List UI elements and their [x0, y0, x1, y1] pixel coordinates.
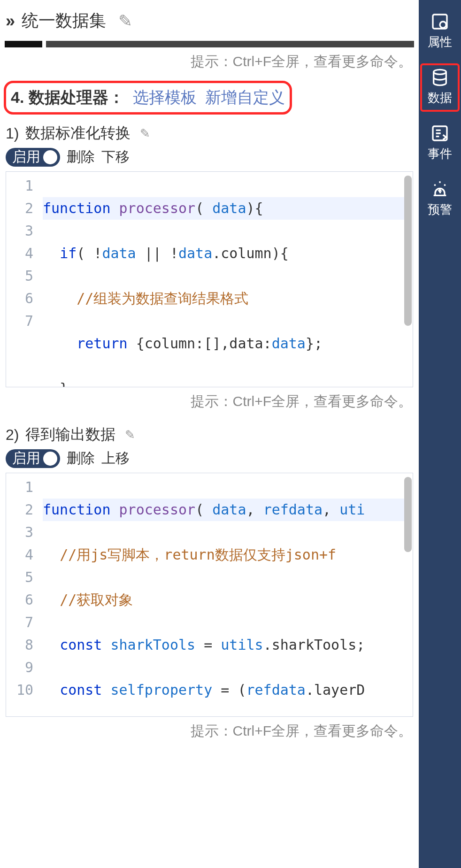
code-area[interactable]: function processor( data, refdata, uti /…	[39, 473, 413, 717]
sidebar-item-label: 数据	[428, 90, 452, 106]
processor-2-move-up[interactable]: 上移	[101, 449, 130, 468]
alert-icon	[430, 180, 449, 199]
panel-header: » 统一数据集 ✎	[3, 5, 416, 41]
processor-1-enable-toggle[interactable]: 启用	[6, 148, 60, 167]
toggle-knob-icon	[43, 452, 57, 466]
processor-1-actions: 启用 删除 下移	[3, 147, 416, 171]
hint-text-2: 提示：Ctrl+F全屏，查看更多命令。	[3, 387, 416, 420]
processor-1-move-down[interactable]: 下移	[101, 147, 130, 167]
processor-1-header: 1) 数据标准化转换 ✎	[3, 118, 416, 147]
processor-2-editor[interactable]: 12345678910 function processor( data, re…	[6, 473, 413, 717]
main-panel: » 统一数据集 ✎ 提示：Ctrl+F全屏，查看更多命令。 4. 数据处理器： …	[0, 0, 419, 868]
processor-2-enable-toggle[interactable]: 启用	[6, 449, 60, 468]
database-icon	[430, 68, 449, 87]
list-arrow-icon	[430, 124, 449, 143]
processor-2-index: 2)	[6, 426, 19, 444]
code-area[interactable]: function processor( data){ if( !data || …	[39, 172, 413, 387]
line-gutter: 12345678910	[6, 473, 39, 717]
svg-point-2	[434, 69, 446, 74]
processor-2-name: 得到输出数据	[25, 424, 115, 445]
toggle-label: 启用	[12, 449, 40, 468]
gear-icon	[430, 12, 449, 31]
processor-2-actions: 启用 删除 上移	[3, 449, 416, 473]
hint-text: 提示：Ctrl+F全屏，查看更多命令。	[3, 47, 416, 80]
sidebar-item-properties[interactable]: 属性	[421, 8, 459, 55]
right-sidebar: 属性 数据 事件 预警	[419, 0, 461, 868]
hint-text-3: 提示：Ctrl+F全屏，查看更多命令。	[3, 717, 416, 749]
processor-2-header: 2) 得到输出数据 ✎	[3, 420, 416, 449]
toggle-label: 启用	[12, 147, 40, 167]
select-template-link[interactable]: 选择模板	[133, 87, 197, 108]
page-title: 统一数据集	[22, 9, 106, 32]
editor-1-vertical-scrollbar[interactable]	[404, 176, 412, 383]
processor-1-delete[interactable]: 删除	[67, 147, 95, 167]
svg-point-1	[440, 22, 446, 28]
toggle-knob-icon	[43, 150, 57, 164]
sidebar-item-events[interactable]: 事件	[421, 120, 459, 167]
add-custom-link[interactable]: 新增自定义	[205, 87, 285, 108]
section-4-label: 4. 数据处理器：	[11, 87, 124, 108]
line-gutter: 1234567	[6, 172, 39, 387]
processor-1-name: 数据标准化转换	[25, 123, 131, 144]
section-4-title: 4. 数据处理器： 选择模板 新增自定义	[4, 81, 292, 115]
sidebar-item-label: 预警	[428, 201, 452, 218]
edit-title-icon[interactable]: ✎	[118, 11, 132, 31]
processor-2-delete[interactable]: 删除	[67, 449, 95, 468]
processor-1-index: 1)	[6, 125, 19, 142]
edit-processor-1-icon[interactable]: ✎	[140, 126, 150, 141]
processor-1-editor[interactable]: 1234567 function processor( data){ if( !…	[6, 171, 413, 387]
sidebar-item-label: 属性	[428, 34, 452, 50]
expand-icon[interactable]: »	[6, 11, 12, 31]
horizontal-scrollbar-top[interactable]	[5, 41, 414, 47]
sidebar-item-alert[interactable]: 预警	[421, 176, 459, 223]
sidebar-item-label: 事件	[428, 146, 452, 162]
edit-processor-2-icon[interactable]: ✎	[125, 428, 135, 442]
sidebar-item-data[interactable]: 数据	[421, 64, 459, 111]
editor-2-vertical-scrollbar[interactable]	[404, 477, 412, 713]
